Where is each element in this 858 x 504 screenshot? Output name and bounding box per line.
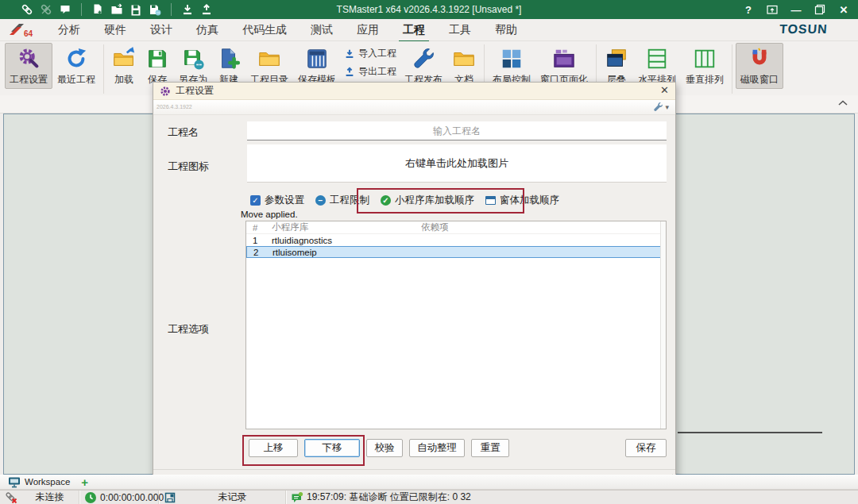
link-icon[interactable] <box>21 3 33 16</box>
reset-button[interactable]: 重置 <box>471 439 509 457</box>
save-button[interactable]: 保存 <box>625 439 667 457</box>
layout-icon <box>500 47 524 71</box>
status-bar: 未连接 0:00:00:00.000 未记录 19:57:09: 基础诊断 位置… <box>0 490 858 504</box>
folder-load-icon <box>112 47 136 71</box>
menu-item-hardware[interactable]: 硬件 <box>92 19 138 41</box>
message-icon <box>291 491 303 504</box>
menu-item-simulation[interactable]: 仿真 <box>184 19 230 41</box>
message-status[interactable]: 19:57:09: 基础诊断 位置已限制在: 0 32 <box>286 491 858 504</box>
checkbox-checked-icon: ✓ <box>250 195 261 206</box>
project-icon-label: 工程图标 <box>168 160 209 174</box>
applet-order-table: # 小程序库 依赖项 1 rtluidiagnostics 2 rtluisom… <box>245 221 667 429</box>
dialog-toolbar: 2026.4.3.1922 ▾ <box>153 100 675 115</box>
project-icon-dropzone[interactable]: 右键单击此处加载图片 <box>247 144 667 183</box>
menu-item-design[interactable]: 设计 <box>138 19 184 41</box>
table-row-selected[interactable]: 2 rtluisomeip <box>246 246 666 258</box>
comment-icon[interactable] <box>59 3 72 16</box>
export-project-button[interactable]: 导出工程 <box>344 65 396 79</box>
recent-projects-button[interactable]: 最近工程 <box>52 43 100 89</box>
move-down-button[interactable]: 下移 <box>304 439 360 457</box>
upload-icon[interactable] <box>200 3 213 16</box>
svg-text:64: 64 <box>24 29 33 38</box>
tab-applet-load-order[interactable]: ✓ 小程序库加载顺序 <box>381 194 474 207</box>
ribbon-separator <box>732 44 732 94</box>
connection-status[interactable]: 未连接 <box>0 491 79 504</box>
tosun-brand-logo: TOSUN <box>779 22 829 37</box>
menu-item-help[interactable]: 帮助 <box>483 19 529 41</box>
column-header-applet: 小程序库 <box>272 221 421 233</box>
column-header-dependency: 依赖项 <box>421 221 666 233</box>
workspace-tab[interactable]: Workspace <box>0 475 76 489</box>
verify-button[interactable]: 校验 <box>366 439 403 457</box>
vertical-arrange-button[interactable]: 垂直排列 <box>681 43 729 89</box>
template-icon <box>305 47 329 71</box>
link-off-icon[interactable] <box>40 3 52 16</box>
project-name-input[interactable] <box>247 121 667 140</box>
save-icon[interactable] <box>129 3 142 16</box>
export-icon <box>344 67 355 78</box>
record-text: 未记录 <box>180 491 285 504</box>
new-file-icon[interactable] <box>91 3 104 16</box>
menu-item-analysis[interactable]: 分析 <box>46 19 92 41</box>
record-icon <box>164 491 176 504</box>
check-circle-icon: ✓ <box>381 195 391 206</box>
table-scrollbar[interactable] <box>660 221 666 429</box>
menu-item-test[interactable]: 测试 <box>299 19 345 41</box>
h-arrange-icon <box>645 47 669 71</box>
cascade-icon <box>605 47 628 71</box>
auto-arrange-button[interactable]: 自动整理 <box>409 439 465 457</box>
panel-toggle-icon[interactable] <box>766 3 779 16</box>
table-row[interactable]: 1 rtluidiagnostics <box>246 234 666 246</box>
chevron-down-icon: ▾ <box>665 103 669 111</box>
menu-item-project[interactable]: 工程 <box>391 19 437 41</box>
help-button[interactable]: ? <box>742 3 755 16</box>
v-arrange-icon <box>693 47 717 71</box>
gear-icon <box>160 86 171 97</box>
move-applied-text: Move applied. <box>241 210 298 219</box>
minimize-button[interactable]: — <box>790 3 802 16</box>
dialog-title-bar[interactable]: 工程设置 ✕ <box>153 83 675 100</box>
open-folder-icon[interactable] <box>110 3 123 16</box>
panel-divider-line <box>678 432 822 433</box>
folder-icon <box>257 47 281 71</box>
project-name-label: 工程名 <box>168 125 199 140</box>
record-status[interactable]: 未记录 <box>159 491 286 504</box>
close-button[interactable]: ✕ <box>837 3 850 16</box>
wrench-icon <box>412 47 435 71</box>
tab-parameter-settings[interactable]: ✓ 参数设置 <box>250 194 304 207</box>
dialog-title: 工程设置 <box>176 84 214 98</box>
add-workspace-button[interactable]: + <box>76 475 93 489</box>
toolbar-separator <box>171 3 172 16</box>
import-project-button[interactable]: 导入工程 <box>344 47 396 60</box>
session-time-status[interactable]: 0:00:00:00.000 <box>79 491 159 504</box>
clock-icon <box>84 491 97 504</box>
chevron-up-icon[interactable] <box>837 98 848 108</box>
tab-project-limits[interactable]: − 工程限制 <box>315 194 369 207</box>
project-settings-button[interactable]: 工程设置 <box>5 43 52 89</box>
window-page-icon <box>552 47 576 71</box>
move-up-button[interactable]: 上移 <box>249 439 298 457</box>
menu-item-application[interactable]: 应用 <box>345 19 391 41</box>
monitor-icon <box>8 476 21 488</box>
disconnected-icon <box>5 491 17 504</box>
project-options-label: 工程选项 <box>168 322 209 337</box>
menu-item-tools[interactable]: 工具 <box>437 19 483 41</box>
save-as-icon[interactable] <box>149 3 161 16</box>
download-icon[interactable] <box>181 3 194 16</box>
recent-icon <box>64 47 88 71</box>
table-header-row: # 小程序库 依赖项 <box>246 221 666 234</box>
workspace-tab-label: Workspace <box>25 477 70 487</box>
load-button[interactable]: 加载 <box>107 43 141 89</box>
tab-form-load-order[interactable]: 窗体加载顺序 <box>485 194 559 207</box>
window-icon <box>485 196 496 205</box>
session-time-text: 0:00:00:00.000 <box>100 492 164 503</box>
dialog-close-icon[interactable]: ✕ <box>660 84 669 96</box>
menu-item-codegen[interactable]: 代码生成 <box>230 19 299 41</box>
toolbar-separator <box>81 3 82 16</box>
magnet-window-button[interactable]: 磁吸窗口 <box>736 43 783 89</box>
settings-dropdown[interactable]: ▾ <box>653 102 669 112</box>
wrench-icon <box>653 102 663 112</box>
gear-wrench-icon <box>17 47 41 71</box>
new-doc-icon <box>217 47 241 71</box>
restore-button[interactable] <box>814 3 826 16</box>
